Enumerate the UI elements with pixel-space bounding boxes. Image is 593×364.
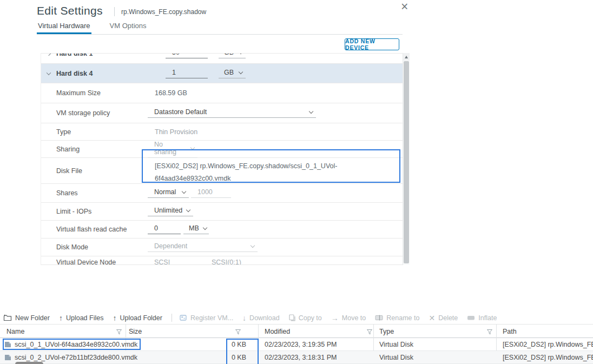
inflate-icon [467, 315, 475, 321]
row-label: Shares [56, 189, 78, 197]
chevron-down-icon [195, 263, 199, 265]
inflate-button: Inflate [467, 314, 497, 322]
chevron-down-icon [186, 208, 190, 212]
column-header-path[interactable]: Path [503, 328, 517, 335]
file-name: scsi_0_2_UVol-e72b11bf23dde800.vmdk [15, 354, 137, 361]
chevron-down-icon [239, 69, 243, 74]
row-label: Disk Mode [56, 243, 88, 251]
settings-row-disk-file: Disk File [ESXi02_DS2] rp.Windows_FE.cop… [41, 158, 403, 184]
chevron-down-icon [259, 263, 263, 265]
settings-row-shares: Shares Normal 1000 [41, 184, 403, 203]
partial-row-placeholder [15, 362, 43, 364]
disk4-unit-select[interactable]: GB [219, 69, 246, 78]
scsi-node-select: SCSI(0:1) Hard disk 4 [205, 259, 266, 265]
disk1-unit-select[interactable]: GB [219, 54, 246, 58]
filter-icon[interactable] [487, 329, 492, 336]
rename-to-button: Rename to [375, 314, 419, 322]
row-label: Virtual Device Node [56, 259, 116, 265]
column-header-type[interactable]: Type [379, 328, 394, 335]
disk-mode-select: Dependent [148, 242, 258, 252]
file-type: Virtual Disk [379, 354, 413, 361]
expand-caret-icon[interactable] [47, 54, 51, 56]
file-size: 0 KB [179, 354, 246, 361]
disk1-size-input[interactable]: 50 [166, 54, 208, 58]
column-header-name-size[interactable]: Size [129, 328, 142, 335]
triangle-up-icon [405, 56, 408, 58]
vfrc-unit-select[interactable]: MB [183, 224, 209, 234]
close-icon[interactable]: × [401, 1, 408, 13]
file-modified: 02/23/2023, 3:18:31 PM [265, 354, 337, 361]
tab-bar: Virtual Hardware VM Options [37, 19, 403, 35]
new-folder-button[interactable]: New Folder [3, 314, 50, 322]
settings-row-type: Type Thin Provision [41, 123, 403, 141]
column-header-modified[interactable]: Modified [265, 328, 290, 335]
row-label: Type [56, 128, 71, 136]
column-header-name[interactable]: Name [6, 328, 24, 335]
settings-row-hard-disk-4: Hard disk 4 1 GB [41, 64, 403, 83]
row-label: Sharing [56, 145, 80, 153]
file-row-1[interactable]: scsi_0_1_UVol-6f4aad34e8932c00.vmdk 0 KB… [0, 338, 593, 351]
row-label: Hard disk 4 [56, 70, 93, 77]
maximum-size-value: 168.59 GB [155, 89, 187, 97]
register-vm-button: Register VM... [180, 314, 233, 322]
settings-row-disk-mode: Disk Mode Dependent [41, 239, 403, 256]
row-label: Maximum Size [56, 89, 101, 97]
file-row-2[interactable]: scsi_0_2_UVol-e72b11bf23dde800.vmdk 0 KB… [0, 351, 593, 364]
rename-icon [375, 315, 383, 321]
filter-icon[interactable] [235, 329, 241, 336]
move-to-button: → Move to [331, 314, 366, 322]
scroll-up-button[interactable] [403, 53, 410, 61]
settings-row-hard-disk-1-clip: Hard disk 1 50 GB [41, 54, 403, 64]
file-type: Virtual Disk [379, 341, 413, 348]
shares-value-input[interactable]: 1000 [191, 188, 231, 198]
dialog-vm-name: rp.Windows_FE.copy.shadow [121, 8, 206, 16]
chevron-down-icon [203, 226, 207, 230]
tab-virtual-hardware[interactable]: Virtual Hardware [37, 19, 91, 34]
upload-folder-button[interactable]: ↑ Upload Folder [113, 314, 162, 322]
vm-storage-policy-select[interactable]: Datastore Default [148, 108, 316, 118]
filter-icon[interactable] [367, 329, 372, 336]
row-label: Disk File [56, 167, 82, 175]
settings-row-hard-disk-1: Hard disk 1 50 GB [41, 54, 403, 64]
chevron-down-icon [251, 243, 255, 248]
file-path: [ESXi02_DS2] rp.Windows_FE.c [503, 354, 593, 361]
settings-row-virtual-device-node: Virtual Device Node SCSI controller 0 SC… [41, 256, 403, 265]
add-new-device-button[interactable]: ADD NEW DEVICE [345, 38, 399, 50]
dialog-scrollbar[interactable] [403, 53, 410, 265]
settings-row-sharing: Sharing No sharing [41, 141, 403, 158]
vfrc-input[interactable]: 0 [148, 224, 181, 234]
copy-icon [289, 314, 295, 321]
row-label: Limit - IOPs [56, 208, 91, 215]
tab-vm-options[interactable]: VM Options [109, 19, 148, 34]
collapse-caret-icon[interactable] [47, 70, 51, 75]
dialog-title: Edit Settings [37, 4, 103, 17]
type-value: Thin Provision [155, 128, 197, 136]
file-name: scsi_0_1_UVol-6f4aad34e8932c00.vmdk [15, 341, 137, 348]
shares-select[interactable]: Normal [148, 188, 189, 198]
virtual-disk-icon [4, 341, 11, 349]
row-label: Hard disk 1 [56, 54, 93, 57]
settings-row-limit-iops: Limit - IOPs Unlimited [41, 203, 403, 221]
virtual-disk-icon [4, 354, 11, 362]
virtual-hardware-grid: Hard disk 1 50 GB Hard disk 4 1 GB Maxim… [41, 53, 403, 265]
file-path: [ESXi02_DS2] rp.Windows_FE.c [503, 341, 593, 348]
screen: Edit Settings rp.Windows_FE.copy.shadow … [0, 0, 593, 364]
scsi-controller-select: SCSI controller 0 [148, 259, 202, 265]
title-separator [114, 7, 115, 16]
upload-icon: ↑ [113, 314, 116, 322]
file-size: 0 KB [179, 341, 246, 348]
chevron-down-icon [182, 189, 186, 194]
limit-iops-select[interactable]: Unlimited [148, 207, 193, 216]
settings-row-virtual-flash-read-cache: Virtual flash read cache 0 MB [41, 221, 403, 239]
delete-x-icon: ✕ [429, 314, 435, 322]
filter-icon[interactable] [116, 329, 122, 336]
copy-to-button: Copy to [289, 314, 322, 322]
disk4-size-input[interactable]: 1 [166, 69, 208, 78]
scrollbar-thumb[interactable] [404, 61, 409, 263]
row-label: VM storage policy [56, 109, 110, 117]
upload-icon: ↑ [59, 314, 63, 322]
delete-button: ✕ Delete [429, 314, 458, 322]
datastore-toolbar: New Folder ↑ Upload Files ↑ Upload Folde… [0, 312, 593, 324]
settings-row-maximum-size: Maximum Size 168.59 GB [41, 83, 403, 103]
upload-files-button[interactable]: ↑ Upload Files [59, 314, 103, 322]
